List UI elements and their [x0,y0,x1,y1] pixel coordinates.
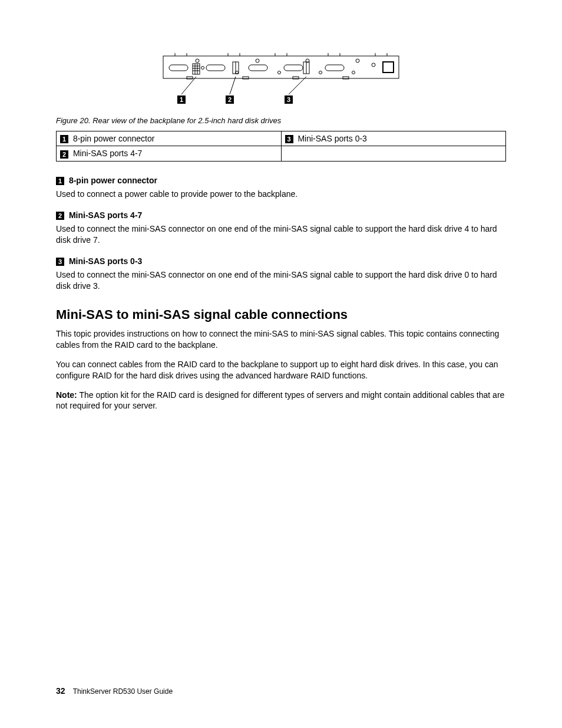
callout-2: 2 [228,96,232,103]
svg-point-12 [256,59,259,62]
desc-title: 8-pin power connector [69,176,157,185]
svg-rect-26 [193,64,200,74]
callout-1: 1 [180,96,183,103]
desc-heading-2: 2 Mini-SAS ports 4-7 [56,210,506,220]
desc-heading-1: 1 8-pin power connector [56,176,506,185]
note-label: Note: [56,390,77,400]
desc-body-2: Used to connect the mini-SAS connector o… [56,223,506,246]
svg-point-24 [319,71,322,74]
callout-box: 2 [60,150,68,159]
legend-cell: 3 Mini-SAS ports 0-3 [281,131,506,146]
page: 1 2 3 Figure 20. Rear view of the backpl… [0,0,562,728]
desc-title: Mini-SAS ports 4-7 [69,210,142,220]
backplane-diagram-icon: 1 2 3 [160,53,402,106]
legend-text: Mini-SAS ports 0-3 [297,134,366,143]
callout-box: 1 [60,135,68,143]
svg-point-25 [352,71,355,74]
legend-cell: 1 8-pin power connector [57,131,282,146]
section-p2: You can connect cables from the RAID car… [56,359,506,381]
legend-table: 1 8-pin power connector 3 Mini-SAS ports… [56,131,506,162]
section-p1: This topic provides instructions on how … [56,328,506,351]
section-title: Mini-SAS to mini-SAS signal cable connec… [56,307,506,322]
page-number: 32 [56,686,65,696]
doc-title: ThinkServer RD530 User Guide [73,687,173,696]
desc-heading-3: 3 Mini-SAS ports 0-3 [56,256,506,266]
svg-rect-18 [249,65,267,71]
svg-line-42 [230,77,236,94]
svg-point-11 [196,59,199,62]
callout-box: 2 [56,212,64,220]
figure-caption: Figure 20. Rear view of the backplane fo… [56,116,506,125]
legend-cell-empty [281,146,506,161]
callout-3: 3 [287,96,290,103]
callout-box: 1 [56,177,64,185]
legend-text: 8-pin power connector [73,134,155,143]
svg-rect-20 [325,65,344,71]
desc-title: Mini-SAS ports 0-3 [69,256,142,266]
desc-body-3: Used to connect the mini-SAS connector o… [56,269,506,292]
legend-cell: 2 Mini-SAS ports 4-7 [57,146,282,161]
section-note: Note: The option kit for the RAID card i… [56,390,506,412]
svg-rect-19 [284,65,303,71]
svg-point-23 [278,71,281,74]
callout-box: 3 [56,258,64,266]
svg-rect-16 [169,65,188,71]
svg-point-14 [356,59,359,62]
svg-rect-36 [383,62,394,73]
page-footer: 32 ThinkServer RD530 User Guide [56,686,173,696]
callout-box: 3 [285,135,293,143]
svg-rect-17 [206,65,225,71]
svg-point-15 [372,63,375,67]
desc-body-1: Used to connect a power cable to provide… [56,189,506,200]
svg-point-21 [201,67,204,70]
figure-diagram: 1 2 3 [56,53,506,108]
note-body: The option kit for the RAID card is desi… [56,390,504,411]
legend-text: Mini-SAS ports 4-7 [73,149,142,158]
